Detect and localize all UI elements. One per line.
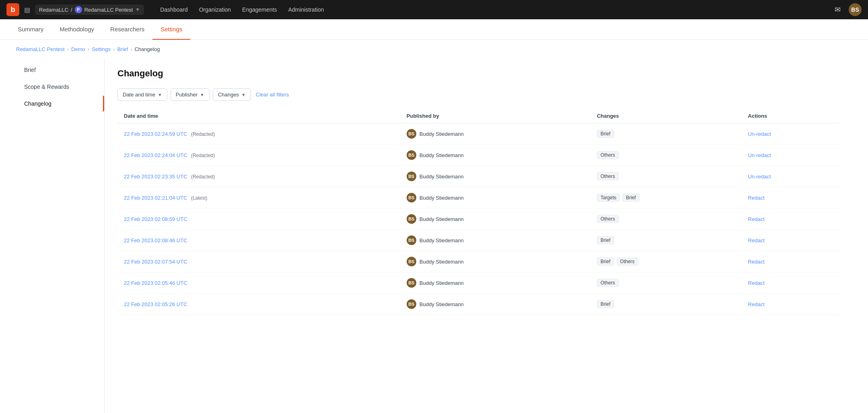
pentest-icon: P: [75, 6, 82, 13]
publisher-name: Buddy Stiedemann: [420, 195, 464, 201]
publisher-avatar: BS: [407, 235, 416, 245]
main-content: Changelog Date and time ▼ Publisher ▼ Ch…: [105, 59, 852, 413]
cell-date: 22 Feb 2023 02:08:46 UTC: [117, 230, 400, 251]
filters-bar: Date and time ▼ Publisher ▼ Changes ▼ Cl…: [117, 88, 839, 101]
breadcrumb-current: Changelog: [134, 46, 160, 52]
sidebar-item-scope-rewards[interactable]: Scope & Rewards: [16, 79, 104, 95]
tab-settings[interactable]: Settings: [152, 19, 190, 40]
breadcrumb-settings[interactable]: Settings: [92, 46, 111, 52]
cell-action: Redact: [742, 294, 839, 315]
publisher-filter[interactable]: Publisher ▼: [171, 88, 210, 101]
action-button[interactable]: Un-redact: [748, 174, 771, 180]
cell-publisher: BSBuddy Stiedemann: [400, 230, 590, 251]
breadcrumb-brief[interactable]: Brief: [117, 46, 128, 52]
cell-action: Un-redact: [742, 123, 839, 145]
action-button[interactable]: Redact: [748, 216, 765, 222]
publisher-avatar: BS: [407, 172, 416, 181]
action-button[interactable]: Redact: [748, 301, 765, 307]
doc-icon: ▤: [24, 6, 30, 14]
nav-organization[interactable]: Organization: [194, 4, 236, 15]
publisher-filter-label: Publisher: [176, 92, 197, 98]
change-badge: Targets: [597, 194, 620, 202]
action-button[interactable]: Redact: [748, 259, 765, 265]
breadcrumb-demo[interactable]: Demo: [71, 46, 85, 52]
publisher-name: Buddy Stiedemann: [420, 237, 464, 243]
action-button[interactable]: Redact: [748, 195, 765, 201]
cell-date: 22 Feb 2023 02:23:35 UTC (Redacted): [117, 166, 400, 187]
sidebar-item-changelog[interactable]: Changelog: [16, 96, 104, 112]
publisher-avatar: BS: [407, 129, 416, 139]
cell-action: Redact: [742, 251, 839, 272]
publisher-chevron-icon: ▼: [200, 92, 204, 97]
cell-date: 22 Feb 2023 02:07:54 UTC: [117, 251, 400, 272]
tab-methodology[interactable]: Methodology: [51, 19, 102, 40]
change-badge: Others: [597, 215, 619, 223]
change-badge: Others: [597, 151, 619, 159]
project-selector[interactable]: RedamaLLC / P RedamaLLC Pentest ▼: [35, 4, 144, 15]
date-link[interactable]: 22 Feb 2023 02:05:46 UTC: [124, 280, 187, 286]
cell-publisher: BSBuddy Stiedemann: [400, 187, 590, 209]
cell-action: Redact: [742, 187, 839, 209]
date-link[interactable]: 22 Feb 2023 02:23:35 UTC: [124, 174, 187, 180]
col-date-time: Date and time: [117, 109, 400, 123]
cell-publisher: BSBuddy Stiedemann: [400, 209, 590, 230]
date-link[interactable]: 22 Feb 2023 02:05:26 UTC: [124, 301, 187, 307]
cell-publisher: BSBuddy Stiedemann: [400, 294, 590, 315]
sidebar-item-brief[interactable]: Brief: [16, 62, 104, 78]
date-time-filter[interactable]: Date and time ▼: [117, 88, 167, 101]
changes-chevron-icon: ▼: [241, 92, 246, 97]
tab-researchers[interactable]: Researchers: [102, 19, 152, 40]
change-badge: Brief: [622, 194, 640, 202]
date-link[interactable]: 22 Feb 2023 02:21:04 UTC: [124, 195, 187, 201]
tab-summary[interactable]: Summary: [10, 19, 51, 40]
app-logo[interactable]: b: [6, 3, 19, 16]
table-row: 22 Feb 2023 02:21:04 UTC (Latest)BSBuddy…: [117, 187, 839, 209]
action-button[interactable]: Redact: [748, 237, 765, 243]
user-avatar[interactable]: BS: [849, 3, 862, 16]
changes-filter[interactable]: Changes ▼: [213, 88, 251, 101]
action-button[interactable]: Un-redact: [748, 131, 771, 137]
date-link[interactable]: 22 Feb 2023 02:08:59 UTC: [124, 216, 187, 222]
publisher-name: Buddy Stiedemann: [420, 280, 464, 286]
cell-changes: Brief: [590, 230, 742, 251]
notifications-icon[interactable]: ✉: [831, 3, 844, 16]
top-navigation: b ▤ RedamaLLC / P RedamaLLC Pentest ▼ Da…: [0, 0, 868, 19]
action-button[interactable]: Un-redact: [748, 152, 771, 158]
chevron-down-icon: ▼: [135, 7, 140, 12]
top-nav-right: ✉ BS: [831, 3, 862, 16]
table-row: 22 Feb 2023 02:24:04 UTC (Redacted)BSBud…: [117, 145, 839, 166]
table-row: 22 Feb 2023 02:08:59 UTCBSBuddy Stiedema…: [117, 209, 839, 230]
project-name: RedamaLLC Pentest: [84, 7, 133, 13]
date-link[interactable]: 22 Feb 2023 02:24:04 UTC: [124, 152, 187, 158]
clear-filters-button[interactable]: Clear all filters: [254, 89, 290, 100]
date-link[interactable]: 22 Feb 2023 02:24:59 UTC: [124, 131, 187, 137]
changelog-table: Date and time Published by Changes Actio…: [117, 109, 839, 315]
publisher-name: Buddy Stiedemann: [420, 216, 464, 222]
date-link[interactable]: 22 Feb 2023 02:08:46 UTC: [124, 237, 187, 243]
cell-date: 22 Feb 2023 02:24:59 UTC (Redacted): [117, 123, 400, 145]
cell-changes: Others: [590, 145, 742, 166]
change-badge: Brief: [597, 258, 614, 266]
cell-action: Un-redact: [742, 166, 839, 187]
publisher-avatar: BS: [407, 278, 416, 288]
cell-changes: Brief: [590, 294, 742, 315]
cell-action: Un-redact: [742, 145, 839, 166]
cell-changes: BriefOthers: [590, 251, 742, 272]
publisher-avatar: BS: [407, 150, 416, 160]
sub-navigation: Summary Methodology Researchers Settings: [0, 19, 868, 40]
nav-engagements[interactable]: Engagements: [237, 4, 282, 15]
date-meta: (Redacted): [190, 153, 215, 158]
page-title: Changelog: [117, 68, 839, 79]
changes-filter-label: Changes: [218, 92, 239, 98]
date-link[interactable]: 22 Feb 2023 02:07:54 UTC: [124, 259, 187, 265]
breadcrumb-sep-4: ›: [130, 46, 132, 52]
table-row: 22 Feb 2023 02:05:46 UTCBSBuddy Stiedema…: [117, 272, 839, 294]
change-badge: Others: [617, 258, 638, 266]
breadcrumb-sep-1: ›: [67, 46, 69, 52]
action-button[interactable]: Redact: [748, 280, 765, 286]
breadcrumb-pentest[interactable]: RedamaLLC Pentest: [16, 46, 65, 52]
cell-changes: Others: [590, 272, 742, 294]
nav-administration[interactable]: Administration: [284, 4, 329, 15]
breadcrumb-sep-3: ›: [113, 46, 115, 52]
nav-dashboard[interactable]: Dashboard: [155, 4, 193, 15]
